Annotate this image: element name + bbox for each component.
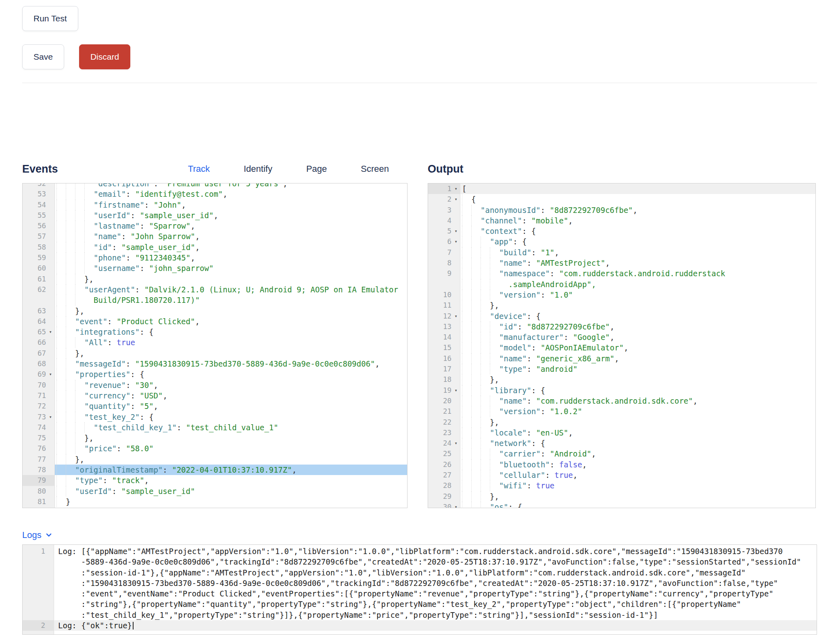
indent-guide bbox=[66, 316, 75, 327]
code-line[interactable]: "username": "john_sparrow" bbox=[55, 263, 407, 273]
fold-arrow-icon[interactable]: ▾ bbox=[46, 327, 55, 337]
code-line[interactable]: "firstname": "John", bbox=[55, 200, 407, 210]
code-line[interactable]: "phone": "9112340345", bbox=[55, 252, 407, 263]
code-line[interactable]: ] bbox=[55, 507, 407, 508]
indent-guide bbox=[75, 210, 84, 221]
code-text: { bbox=[471, 194, 476, 204]
code-line[interactable]: "email": "identify@test.com", bbox=[55, 189, 407, 199]
event-payload-editor[interactable]: 52"description": "Premium user for 5 yea… bbox=[22, 183, 407, 508]
code-line[interactable]: }, bbox=[55, 306, 407, 316]
code-line[interactable]: "carrier": "Android", bbox=[460, 448, 815, 459]
save-button[interactable]: Save bbox=[22, 44, 64, 69]
code-line[interactable]: "quantity": "5", bbox=[55, 401, 407, 411]
code-line[interactable]: { bbox=[460, 194, 815, 204]
code-line[interactable]: Build/PSR1.180720.117)" bbox=[55, 295, 407, 305]
code-line[interactable]: "description": "Premium user for 5 years… bbox=[55, 183, 407, 189]
discard-button[interactable]: Discard bbox=[79, 44, 130, 69]
code-line[interactable]: }, bbox=[460, 374, 815, 385]
code-line[interactable]: "type": "track", bbox=[55, 475, 407, 486]
code-line[interactable]: "version": "1.0" bbox=[460, 290, 815, 300]
indent-guide bbox=[462, 194, 471, 204]
code-line[interactable]: }, bbox=[55, 454, 407, 465]
tab-track[interactable]: Track bbox=[188, 164, 210, 174]
code-line[interactable]: "event": "Product Clicked", bbox=[55, 316, 407, 327]
code-line[interactable]: "build": "1", bbox=[460, 247, 815, 258]
code-line[interactable]: "os": { bbox=[460, 502, 815, 508]
fold-arrow-icon[interactable]: ▾ bbox=[451, 183, 460, 194]
code-line[interactable]: :"event","eventName":"Product Clicked","… bbox=[54, 588, 817, 599]
code-line[interactable]: "manufacturer": "Google", bbox=[460, 332, 815, 342]
code-line[interactable]: "app": { bbox=[460, 236, 815, 247]
code-line[interactable]: "messageId": "1590431830915-73bed370-588… bbox=[55, 359, 407, 369]
code-line[interactable]: "name": "AMTestProject", bbox=[460, 258, 815, 268]
code-line[interactable]: "revenue": "30", bbox=[55, 380, 407, 390]
code-line[interactable]: "lastname": "Sparrow", bbox=[55, 221, 407, 231]
fold-arrow-icon[interactable]: ▾ bbox=[451, 236, 460, 247]
code-line[interactable]: "userId": "sample_user_id" bbox=[55, 486, 407, 496]
code-line[interactable]: }, bbox=[55, 274, 407, 284]
code-line[interactable]: "library": { bbox=[460, 385, 815, 396]
code-line[interactable]: }, bbox=[55, 433, 407, 443]
fold-arrow-icon[interactable]: ▾ bbox=[451, 226, 460, 236]
code-line[interactable]: "name": "generic_x86_arm", bbox=[460, 353, 815, 364]
code-line[interactable]: "test_key_2": { bbox=[55, 412, 407, 422]
code-line[interactable]: Log: [{"appName":"AMTestProject","appVer… bbox=[54, 546, 817, 557]
code-line[interactable]: [ bbox=[460, 183, 815, 194]
code-line[interactable]: :"session-id-1"},{"appName":"AMTestProje… bbox=[54, 567, 817, 578]
code-line[interactable]: "name": "John Sparrow", bbox=[55, 231, 407, 242]
code-line[interactable]: "currency": "USD", bbox=[55, 390, 407, 401]
code-line[interactable]: }, bbox=[55, 348, 407, 359]
logs-toggle[interactable]: Logs bbox=[22, 530, 817, 540]
output-editor[interactable]: 1▾[2▾{3"anonymousId": "8d872292709c6fbe"… bbox=[428, 183, 816, 508]
fold-arrow-icon[interactable]: ▾ bbox=[451, 385, 460, 396]
code-line[interactable]: "context": { bbox=[460, 226, 815, 236]
code-line[interactable]: :"string"},{"propertyName":"quantity","p… bbox=[54, 599, 817, 609]
fold-arrow-icon[interactable]: ▾ bbox=[451, 502, 460, 508]
events-panel-header: Events TrackIdentifyPageScreen bbox=[22, 160, 407, 178]
code-line[interactable]: }, bbox=[460, 300, 815, 311]
code-line[interactable]: "test_child_key_1": "test_child_value_1" bbox=[55, 422, 407, 433]
code-line[interactable]: "version": "1.0.2" bbox=[460, 406, 815, 417]
indent-guide bbox=[481, 236, 490, 247]
tab-identify[interactable]: Identify bbox=[244, 164, 272, 174]
code-line[interactable]: "price": "58.0" bbox=[55, 443, 407, 454]
indent-guide bbox=[490, 342, 499, 353]
tab-page[interactable]: Page bbox=[306, 164, 327, 174]
code-line[interactable]: "originalTimestamp": "2022-04-01T10:37:1… bbox=[55, 465, 407, 475]
code-line[interactable]: "namespace": "com.rudderstack.android.ru… bbox=[460, 268, 815, 279]
code-line[interactable]: "cellular": true, bbox=[460, 470, 815, 480]
code-line[interactable]: :"1590431830915-73bed370-5889-436d-9a9e-… bbox=[54, 578, 817, 588]
code-line[interactable]: "network": { bbox=[460, 438, 815, 448]
code-line[interactable]: "model": "AOSPonIAEmulator", bbox=[460, 342, 815, 353]
code-line[interactable]: "userAgent": "Dalvik/2.1.0 (Linux; U; An… bbox=[55, 284, 407, 295]
code-line[interactable]: "wifi": true bbox=[460, 480, 815, 491]
fold-arrow-icon[interactable]: ▾ bbox=[451, 438, 460, 448]
code-line[interactable]: "properties": { bbox=[55, 369, 407, 379]
code-line[interactable]: "integrations": { bbox=[55, 327, 407, 337]
code-line[interactable]: "name": "com.rudderstack.android.sdk.cor… bbox=[460, 396, 815, 406]
fold-arrow-icon[interactable]: ▾ bbox=[451, 194, 460, 204]
run-test-button[interactable]: Run Test bbox=[22, 6, 78, 31]
code-line[interactable]: .sampleAndroidApp", bbox=[460, 279, 815, 290]
code-line[interactable]: Log: {"ok":true} bbox=[54, 620, 817, 631]
code-line[interactable]: "device": { bbox=[460, 311, 815, 321]
code-line[interactable]: -5889-436d-9a9e-0c0e0c809d06","trackingI… bbox=[54, 557, 817, 567]
fold-arrow-icon[interactable]: ▾ bbox=[451, 311, 460, 321]
fold-arrow-icon[interactable]: ▾ bbox=[46, 369, 55, 379]
code-line[interactable]: "All": true bbox=[55, 337, 407, 348]
code-line[interactable]: }, bbox=[460, 491, 815, 502]
code-line[interactable]: :"test_child_key_1","propertyType":"stri… bbox=[54, 610, 817, 620]
code-line[interactable]: "userId": "sample_user_id", bbox=[55, 210, 407, 221]
code-line[interactable]: "id": "sample_user_id", bbox=[55, 242, 407, 252]
code-line[interactable]: "type": "android" bbox=[460, 364, 815, 374]
code-line[interactable]: "locale": "en-US", bbox=[460, 427, 815, 438]
fold-arrow-icon[interactable]: ▾ bbox=[46, 412, 55, 422]
logs-console[interactable]: 1Log: [{"appName":"AMTestProject","appVe… bbox=[22, 544, 817, 635]
code-line[interactable]: "id": "8d872292709c6fbe", bbox=[460, 321, 815, 332]
code-line[interactable]: "bluetooth": false, bbox=[460, 459, 815, 470]
tab-screen[interactable]: Screen bbox=[361, 164, 389, 174]
code-line[interactable]: "channel": "mobile", bbox=[460, 215, 815, 226]
code-line[interactable]: "anonymousId": "8d872292709c6fbe", bbox=[460, 205, 815, 215]
code-line[interactable]: }, bbox=[460, 417, 815, 427]
code-line[interactable]: } bbox=[55, 496, 407, 507]
